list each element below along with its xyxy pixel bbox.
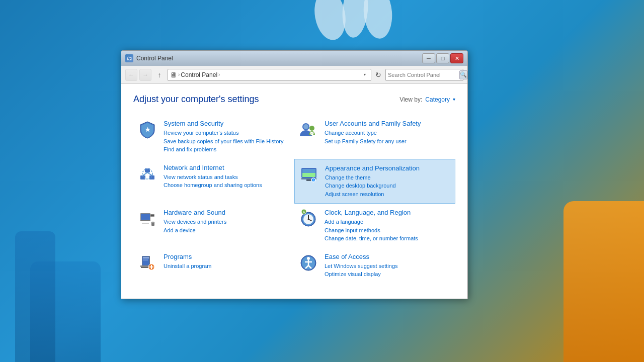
system-security-link-1[interactable]: Review your computer's status bbox=[164, 129, 290, 137]
breadcrumb: 🖥 › Control Panel › bbox=[170, 71, 359, 79]
category-clock[interactable]: A Clock, Language, and Region Add a lang… bbox=[294, 204, 455, 248]
clock-icon: A bbox=[298, 209, 318, 229]
user-accounts-link-2[interactable]: Set up Family Safety for any user bbox=[325, 137, 451, 146]
category-programs[interactable]: Programs Uninstall a program bbox=[133, 248, 294, 284]
svg-rect-20 bbox=[306, 179, 311, 181]
svg-rect-41 bbox=[143, 257, 149, 258]
system-security-title[interactable]: System and Security bbox=[164, 120, 290, 127]
network-icon bbox=[137, 164, 157, 184]
computer-icon: 🖥 bbox=[170, 71, 177, 79]
system-security-link-3[interactable]: Find and fix problems bbox=[164, 145, 290, 154]
clock-link-2[interactable]: Change input methods bbox=[325, 226, 451, 235]
appearance-text: Appearance and Personalization Change th… bbox=[325, 164, 451, 199]
category-system-security[interactable]: ★ System and Security Review your comput… bbox=[133, 115, 294, 159]
forward-button[interactable]: → bbox=[139, 69, 151, 81]
back-button[interactable]: ← bbox=[125, 69, 137, 81]
search-box[interactable]: 🔍 bbox=[385, 69, 463, 81]
hardware-link-2[interactable]: Add a device bbox=[164, 226, 290, 235]
category-appearance[interactable]: ↻ Appearance and Personalization Change … bbox=[294, 159, 455, 204]
user-accounts-link-1[interactable]: Change account type bbox=[325, 129, 451, 137]
appearance-link-2[interactable]: Change desktop background bbox=[325, 182, 451, 190]
view-by-value[interactable]: Category bbox=[425, 96, 450, 103]
svg-rect-43 bbox=[143, 260, 148, 260]
programs-icon bbox=[137, 253, 157, 273]
maximize-button[interactable]: □ bbox=[436, 53, 449, 63]
control-panel-window: 🗂 Control Panel ─ □ ✕ ← → ↑ 🖥 › Control … bbox=[121, 50, 468, 299]
hardware-link-1[interactable]: View devices and printers bbox=[164, 218, 290, 226]
view-by-arrow-icon[interactable]: ▾ bbox=[453, 97, 455, 102]
user-accounts-title[interactable]: User Accounts and Family Safety bbox=[325, 120, 451, 127]
address-dropdown-btn[interactable]: ▾ bbox=[361, 70, 369, 80]
bg-orange bbox=[564, 201, 644, 362]
view-by-label: View by: bbox=[399, 96, 422, 103]
network-link-1[interactable]: View network status and tasks bbox=[164, 173, 290, 182]
svg-point-6 bbox=[309, 126, 314, 131]
appearance-link-3[interactable]: Adjust screen resolution bbox=[325, 190, 451, 199]
svg-rect-17 bbox=[302, 169, 315, 173]
ease-access-title[interactable]: Ease of Access bbox=[325, 253, 451, 260]
toolbar: ← → ↑ 🖥 › Control Panel › ▾ ↻ 🔍 bbox=[121, 66, 467, 84]
category-ease-access[interactable]: Ease of Access Let Windows suggest setti… bbox=[294, 248, 455, 284]
system-security-link-2[interactable]: Save backup copies of your files with Fi… bbox=[164, 137, 290, 146]
content-area: Adjust your computer's settings View by:… bbox=[121, 84, 467, 299]
user-accounts-text: User Accounts and Family Safety Change a… bbox=[325, 120, 451, 145]
user-accounts-icon: ✓ bbox=[298, 120, 318, 140]
clock-link-1[interactable]: Add a language bbox=[325, 218, 451, 226]
breadcrumb-sep2: › bbox=[218, 72, 220, 77]
svg-rect-10 bbox=[149, 175, 154, 179]
ease-access-link-1[interactable]: Let Windows suggest settings bbox=[325, 262, 451, 270]
search-input[interactable] bbox=[388, 72, 457, 78]
programs-text: Programs Uninstall a program bbox=[164, 253, 290, 270]
clock-text: Clock, Language, and Region Add a langua… bbox=[325, 209, 451, 243]
title-bar-controls: ─ □ ✕ bbox=[422, 53, 463, 63]
hardware-text: Hardware and Sound View devices and prin… bbox=[164, 209, 290, 234]
search-button[interactable]: 🔍 bbox=[459, 70, 467, 79]
up-button[interactable]: ↑ bbox=[153, 69, 166, 81]
desktop: 🗂 Control Panel ─ □ ✕ ← → ↑ 🖥 › Control … bbox=[0, 0, 644, 362]
svg-point-51 bbox=[307, 257, 310, 260]
appearance-title[interactable]: Appearance and Personalization bbox=[325, 164, 451, 172]
system-security-text: System and Security Review your computer… bbox=[164, 120, 290, 154]
appearance-link-1[interactable]: Change the theme bbox=[325, 173, 451, 182]
hardware-icon bbox=[137, 209, 157, 229]
ease-access-link-2[interactable]: Optimize visual display bbox=[325, 270, 451, 279]
svg-rect-27 bbox=[151, 215, 154, 216]
close-button[interactable]: ✕ bbox=[450, 53, 463, 63]
view-by: View by: Category ▾ bbox=[399, 96, 455, 103]
svg-line-12 bbox=[143, 172, 147, 175]
svg-rect-24 bbox=[141, 214, 150, 220]
refresh-button[interactable]: ↻ bbox=[373, 70, 383, 80]
svg-text:↻: ↻ bbox=[312, 179, 315, 182]
svg-rect-42 bbox=[143, 259, 148, 259]
hardware-title[interactable]: Hardware and Sound bbox=[164, 209, 290, 216]
programs-title[interactable]: Programs bbox=[164, 253, 290, 260]
system-security-icon: ★ bbox=[137, 120, 157, 140]
svg-rect-25 bbox=[140, 220, 150, 221]
clock-link-3[interactable]: Change date, time, or number formats bbox=[325, 234, 451, 243]
programs-link-1[interactable]: Uninstall a program bbox=[164, 262, 290, 270]
network-link-2[interactable]: Choose homegroup and sharing options bbox=[164, 181, 290, 190]
breadcrumb-control-panel[interactable]: Control Panel bbox=[181, 71, 217, 78]
ease-access-icon bbox=[298, 253, 318, 273]
bg-chair-left2 bbox=[15, 231, 55, 362]
svg-point-29 bbox=[152, 222, 154, 223]
svg-point-2 bbox=[362, 0, 394, 40]
svg-text:A: A bbox=[303, 210, 305, 214]
breadcrumb-sep1: › bbox=[178, 72, 180, 77]
svg-line-13 bbox=[147, 172, 152, 175]
page-title: Adjust your computer's settings bbox=[133, 94, 259, 105]
category-hardware[interactable]: Hardware and Sound View devices and prin… bbox=[133, 204, 294, 248]
svg-text:✓: ✓ bbox=[310, 132, 313, 135]
title-bar-left: 🗂 Control Panel bbox=[125, 54, 173, 62]
title-bar: 🗂 Control Panel ─ □ ✕ bbox=[121, 51, 467, 66]
address-bar[interactable]: 🖥 › Control Panel › ▾ bbox=[168, 69, 371, 81]
clock-title[interactable]: Clock, Language, and Region bbox=[325, 209, 451, 216]
minimize-button[interactable]: ─ bbox=[422, 53, 435, 63]
svg-point-5 bbox=[303, 124, 308, 129]
content-header: Adjust your computer's settings View by:… bbox=[133, 94, 455, 105]
category-user-accounts[interactable]: ✓ User Accounts and Family Safety Change… bbox=[294, 115, 455, 159]
network-title[interactable]: Network and Internet bbox=[164, 164, 290, 171]
category-network[interactable]: Network and Internet View network status… bbox=[133, 159, 294, 204]
svg-point-36 bbox=[308, 219, 309, 220]
window-icon: 🗂 bbox=[125, 54, 133, 62]
